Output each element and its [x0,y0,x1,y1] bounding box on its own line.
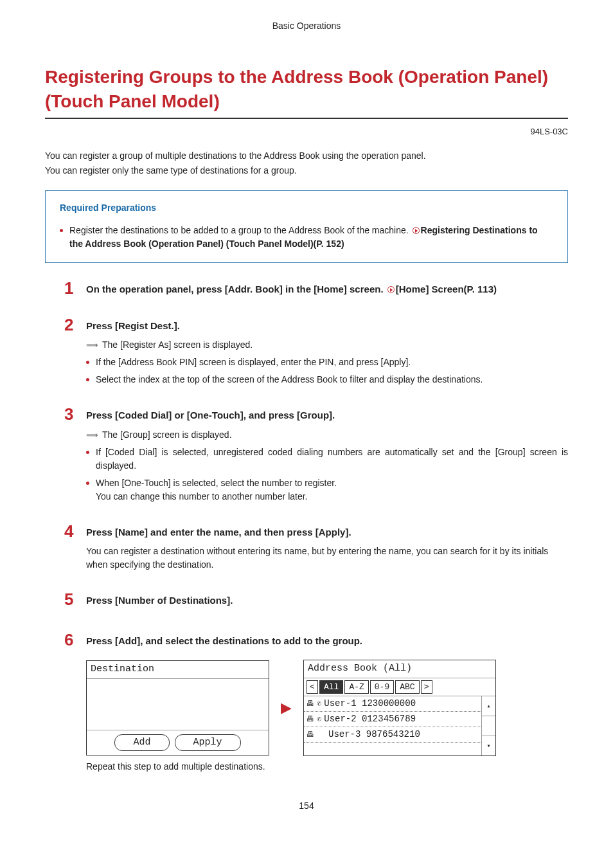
scrollbar[interactable]: ▴ ▾ [481,696,495,755]
step-5: 5 Press [Number of Destinations]. [64,591,568,608]
page-number: 154 [45,799,568,813]
note-line: You can change this number to another nu… [96,491,307,502]
step-number: 2 [64,316,77,333]
link-icon[interactable] [387,286,395,293]
bullet-icon [86,482,89,485]
screen-title: Destination [87,661,269,679]
destination-screen: Destination Add Apply [86,660,269,755]
note-text: The [Register As] screen is displayed. [102,338,568,352]
list-item [304,743,481,755]
step-4: 4 Press [Name] and enter the name, and t… [64,523,568,540]
step-title: Press [Add], and select the destinations… [86,631,362,649]
step-title: Press [Name] and enter the name, and the… [86,523,351,540]
index-tabbar: < All A-Z 0-9 ABC > [304,678,495,697]
step-title: Press [Number of Destinations]. [86,591,233,608]
note-text: If the [Address Book PIN] screen is disp… [96,356,568,369]
note-text: You can register a destination without e… [86,545,568,572]
fax-icon: 🖷 [306,729,314,741]
tab-abc[interactable]: ABC [395,680,419,694]
cross-ref-link[interactable]: [Home] Screen(P. 113) [396,284,497,294]
list-item[interactable]: 🖷 ✆ User-1 1230000000 [304,696,481,712]
apply-button[interactable]: Apply [175,734,241,752]
tab-prev[interactable]: < [306,680,318,694]
scroll-track [482,716,495,736]
note-text: The [Group] screen is displayed. [102,428,568,442]
required-preparations-box: Required Preparations Register the desti… [45,190,568,263]
step-3: 3 Press [Coded Dial] or [One-Touch], and… [64,406,568,423]
screen-illustration: Destination Add Apply ▶ Address Book (Al… [86,660,568,756]
step-6: 6 Press [Add], and select the destinatio… [64,631,568,649]
required-bullet: Register the destinations to be added to… [60,224,553,251]
step-note: If [Coded Dial] is selected, unregistere… [86,446,568,473]
step-number: 6 [64,631,77,648]
step-number: 3 [64,406,77,422]
intro-text: You can register a group of multiple des… [45,149,568,177]
bullet-icon [60,229,63,232]
tab-09[interactable]: 0-9 [370,680,394,694]
note-text: Select the index at the top of the scree… [96,373,568,386]
screen-title: Address Book (All) [304,660,495,678]
step-note: Select the index at the top of the scree… [86,373,568,386]
intro-line: You can register only the same type of d… [45,164,568,177]
list-item[interactable]: 🖷 ✆ User-2 0123456789 [304,712,481,727]
address-book-screen: Address Book (All) < All A-Z 0-9 ABC > 🖷… [303,660,496,756]
required-text: Register the destinations to be added to… [69,224,553,251]
note-text: When [One-Touch] is selected, select the… [96,476,568,503]
bullet-icon [86,451,89,454]
handset-icon: ✆ [317,698,321,710]
add-button[interactable]: Add [114,734,169,752]
step-note: ⟹ The [Register As] screen is displayed. [86,338,568,352]
step-caption: Repeat this step to add multiple destina… [86,760,568,773]
step-number: 1 [64,280,77,296]
step-number: 4 [64,523,77,539]
link-icon[interactable] [413,227,420,234]
tab-next[interactable]: > [421,680,432,694]
scroll-up-icon[interactable]: ▴ [482,696,495,716]
bullet-text: Register the destinations to be added to… [69,225,411,235]
tab-all[interactable]: All [319,680,343,694]
bullet-icon [86,361,89,364]
bullet-icon [86,378,89,381]
list-item[interactable]: 🖷 User-3 9876543210 [304,727,481,743]
step-number: 5 [64,591,77,608]
note-text: If [Coded Dial] is selected, unregistere… [96,446,568,473]
step-note: ⟹ The [Group] screen is displayed. [86,428,568,442]
flow-arrow-icon: ▶ [281,701,292,715]
scroll-down-icon[interactable]: ▾ [482,736,495,755]
result-arrow-icon: ⟹ [86,429,98,442]
doc-code: 94LS-03C [45,125,568,138]
step-note: You can register a destination without e… [86,545,568,572]
step-title: On the operation panel, press [Addr. Boo… [86,280,497,297]
note-line: When [One-Touch] is selected, select the… [96,478,337,488]
step-1: 1 On the operation panel, press [Addr. B… [64,280,568,297]
step-note: When [One-Touch] is selected, select the… [86,476,568,503]
list-label: User-1 1230000000 [324,697,416,710]
handset-icon: ✆ [317,714,321,725]
step-note: If the [Address Book PIN] screen is disp… [86,356,568,369]
step-title: Press [Coded Dial] or [One-Touch], and p… [86,406,335,423]
required-title: Required Preparations [60,201,553,215]
page-title: Registering Groups to the Address Book (… [45,65,568,119]
section-header: Basic Operations [45,19,568,33]
step-2: 2 Press [Regist Dest.]. [64,316,568,334]
tab-az[interactable]: A-Z [344,680,368,694]
list-label: User-2 0123456789 [324,712,416,726]
result-arrow-icon: ⟹ [86,339,98,352]
intro-line: You can register a group of multiple des… [45,149,568,163]
step-title: Press [Regist Dest.]. [86,316,180,334]
step-text: On the operation panel, press [Addr. Boo… [86,284,386,294]
fax-icon: 🖷 [306,698,314,710]
fax-icon: 🖷 [306,714,314,725]
list-label: User-3 9876543210 [328,728,420,741]
empty-area [87,679,269,730]
